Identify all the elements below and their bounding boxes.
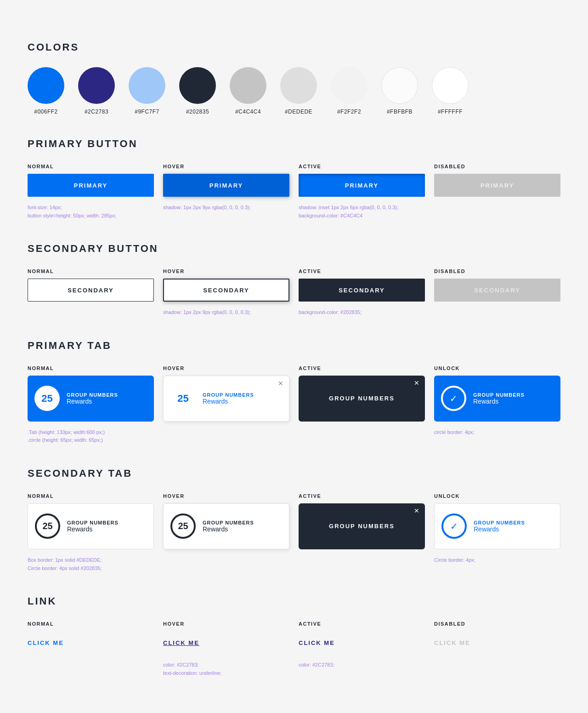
link-hover-container: CLICK ME <box>163 631 289 654</box>
primary-tab-active[interactable]: GROUP NUMBERS ✕ <box>299 376 425 422</box>
link-normal[interactable]: CLICK ME <box>28 639 64 646</box>
secondary-tab-number-normal: 25 <box>42 521 52 531</box>
tab-group-numbers-unlock: GROUP NUMBERS <box>473 392 525 398</box>
secondary-tab-normal-note: Box border: 1px solid #DEDEDE;Circle bor… <box>28 556 154 572</box>
primary-tab-hover[interactable]: 25 GROUP NUMBERS Rewards ✕ <box>163 376 289 422</box>
close-icon-secondary-active[interactable]: ✕ <box>414 507 419 514</box>
color-circle-C4C4C4 <box>230 67 266 104</box>
secondary-button-active[interactable]: SECONDARY <box>299 279 425 302</box>
close-icon-hover[interactable]: ✕ <box>278 380 283 387</box>
color-label-8: #FBFBFB <box>387 108 413 115</box>
primary-button-hover-note: shadow: 1px 2px 9px rgba(0, 0, 0, 0.3); <box>163 204 289 212</box>
secondary-tab-rewards-hover: Rewards <box>203 525 254 533</box>
color-circle-F2F2F2 <box>331 67 368 104</box>
link-disabled-container: CLICK ME <box>434 631 560 654</box>
primary-button-disabled-label: DISABLED <box>434 164 560 169</box>
secondary-tab-rewards-normal: Rewards <box>67 525 119 533</box>
secondary-tab-normal-label: NORMAL <box>28 493 154 499</box>
secondary-tab-active[interactable]: GROUP NUMBERS ✕ <box>299 503 425 549</box>
secondary-button-active-label: ACTIVE <box>299 268 425 274</box>
secondary-tab-text-normal: GROUP NUMBERS Rewards <box>67 520 119 533</box>
color-circle-9FC7F7 <box>129 67 165 104</box>
primary-button-normal[interactable]: PRIMARY <box>28 174 154 197</box>
link-hover[interactable]: CLICK ME <box>163 639 199 646</box>
primary-button-active-note: shadow: inset 1px 2px 6px rgba(0, 0, 0, … <box>299 204 425 220</box>
color-item-5: #C4C4C4 <box>230 67 266 115</box>
secondary-button-hover[interactable]: SECONDARY <box>163 279 289 302</box>
link-hover-note: color: #2C2783;text-decoration: underlin… <box>163 661 289 677</box>
secondary-button-hover-label: HOVER <box>163 268 289 274</box>
color-circle-FBFBFB <box>381 67 418 104</box>
link-hover-col: HOVER CLICK ME color: #2C2783;text-decor… <box>163 621 289 677</box>
color-label-2: #2C2783 <box>85 108 108 115</box>
primary-tab-unlock-label: UNLOCK <box>434 365 560 371</box>
color-item-8: #FBFBFB <box>381 67 418 115</box>
color-item-2: #2C2783 <box>78 67 115 115</box>
secondary-tab-number-circle-hover: 25 <box>170 513 196 539</box>
primary-tab-active-col: ACTIVE GROUP NUMBERS ✕ <box>299 365 425 445</box>
secondary-tab-unlock-note: Circle border: 4px; <box>434 556 560 565</box>
link-hover-label: HOVER <box>163 621 289 627</box>
color-item-4: #202835 <box>179 67 216 115</box>
secondary-button-hover-col: HOVER SECONDARY shadow: 1px 2px 9px rgba… <box>163 268 289 317</box>
primary-button-hover[interactable]: PRIMARY <box>163 174 289 197</box>
link-disabled-label: DISABLED <box>434 621 560 627</box>
secondary-tab-normal[interactable]: 25 GROUP NUMBERS Rewards <box>28 503 154 549</box>
primary-button-states: NORMAL PRIMARY font-size: 14px;button st… <box>28 164 560 220</box>
primary-tab-hover-label: HOVER <box>163 365 289 371</box>
primary-tab-active-text: GROUP NUMBERS <box>329 395 395 402</box>
secondary-button-hover-note: shadow: 1px 2px 9px rgba(0, 0, 0, 0.3); <box>163 308 289 317</box>
primary-tab-normal[interactable]: 25 GROUP NUMBERS Rewards <box>28 376 154 422</box>
secondary-tab-rewards-unlock: Rewards <box>474 525 525 533</box>
secondary-button-disabled: SECONDARY <box>434 279 560 302</box>
secondary-tab-states: NORMAL 25 GROUP NUMBERS Rewards Box bord… <box>28 493 560 572</box>
secondary-button-title: SECONDARY BUTTON <box>28 243 560 255</box>
link-active-container: CLICK ME <box>299 631 425 654</box>
tab-number-circle-normal: 25 <box>34 386 60 411</box>
secondary-tab-number-circle-normal: 25 <box>35 513 60 539</box>
color-item-7: #F2F2F2 <box>331 67 368 115</box>
primary-button-active-col: ACTIVE PRIMARY shadow: inset 1px 2px 6px… <box>299 164 425 220</box>
color-label-7: #F2F2F2 <box>337 108 361 115</box>
primary-tab-states: NORMAL 25 GROUP NUMBERS Rewards .Tab (he… <box>28 365 560 445</box>
tab-group-numbers-hover: GROUP NUMBERS <box>203 392 254 398</box>
color-circle-006FF2 <box>28 67 64 104</box>
secondary-tab-active-label: ACTIVE <box>299 493 425 499</box>
secondary-tab-group-numbers-hover: GROUP NUMBERS <box>203 520 254 525</box>
secondary-tab-hover[interactable]: 25 GROUP NUMBERS Rewards <box>163 503 289 549</box>
link-active-label: ACTIVE <box>299 621 425 627</box>
tab-number-normal: 25 <box>41 393 52 405</box>
secondary-tab-unlock[interactable]: ✓ GROUP NUMBERS Rewards <box>434 503 560 549</box>
secondary-tab-normal-col: NORMAL 25 GROUP NUMBERS Rewards Box bord… <box>28 493 154 572</box>
close-icon-active[interactable]: ✕ <box>414 379 419 387</box>
primary-tab-normal-label: NORMAL <box>28 365 154 371</box>
color-label-3: #9FC7F7 <box>135 108 159 115</box>
primary-button-active[interactable]: PRIMARY <box>299 174 425 197</box>
primary-button-disabled: PRIMARY <box>434 174 560 197</box>
color-item-6: #DEDEDE <box>280 67 317 115</box>
link-active-note: color: #2C2783; <box>299 661 425 669</box>
primary-tab-unlock[interactable]: ✓ GROUP NUMBERS Rewards <box>434 376 560 422</box>
tab-rewards-unlock: Rewards <box>473 398 525 405</box>
link-section: LINK NORMAL CLICK ME HOVER CLICK ME colo… <box>28 595 560 677</box>
primary-button-normal-label: NORMAL <box>28 164 154 169</box>
secondary-button-normal[interactable]: SECONDARY <box>28 279 154 302</box>
tab-rewards-normal: Rewards <box>67 398 118 405</box>
link-active[interactable]: CLICK ME <box>299 639 335 646</box>
primary-tab-unlock-col: UNLOCK ✓ GROUP NUMBERS Rewards circle bo… <box>434 365 560 445</box>
color-circle-2C2783 <box>78 67 115 104</box>
checkmark-icon-secondary: ✓ <box>450 521 458 532</box>
tab-text-unlock: GROUP NUMBERS Rewards <box>473 392 525 405</box>
tab-number-circle-hover: 25 <box>170 386 196 411</box>
secondary-tab-hover-label: HOVER <box>163 493 289 499</box>
link-title: LINK <box>28 595 560 607</box>
primary-button-disabled-col: DISABLED PRIMARY <box>434 164 560 220</box>
primary-button-normal-note: font-size: 14px;button style=height: 50p… <box>28 204 154 220</box>
tab-text-hover: GROUP NUMBERS Rewards <box>203 392 254 405</box>
secondary-tab-group-numbers-normal: GROUP NUMBERS <box>67 520 119 525</box>
color-circle-DEDEDE <box>280 67 317 104</box>
primary-button-normal-col: NORMAL PRIMARY font-size: 14px;button st… <box>28 164 154 220</box>
link-normal-container: CLICK ME <box>28 631 154 654</box>
colors-title: COLORS <box>28 41 560 53</box>
color-label-9: #FFFFFF <box>438 108 463 115</box>
